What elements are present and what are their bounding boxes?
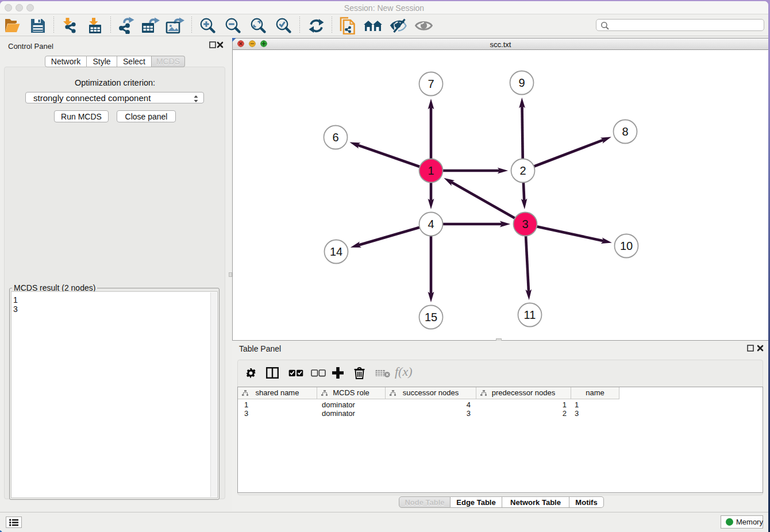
svg-text:6: 6 (332, 131, 338, 144)
svg-text:1: 1 (428, 164, 434, 177)
svg-text:7: 7 (428, 78, 434, 90)
svg-text:9: 9 (518, 76, 525, 89)
svg-text:2: 2 (519, 164, 526, 177)
svg-text:14: 14 (330, 245, 342, 258)
svg-text:10: 10 (620, 240, 633, 252)
svg-text:3: 3 (522, 218, 528, 230)
svg-text:8: 8 (622, 125, 628, 138)
svg-text:4: 4 (428, 218, 434, 230)
svg-text:15: 15 (425, 311, 437, 323)
svg-text:11: 11 (524, 309, 536, 321)
